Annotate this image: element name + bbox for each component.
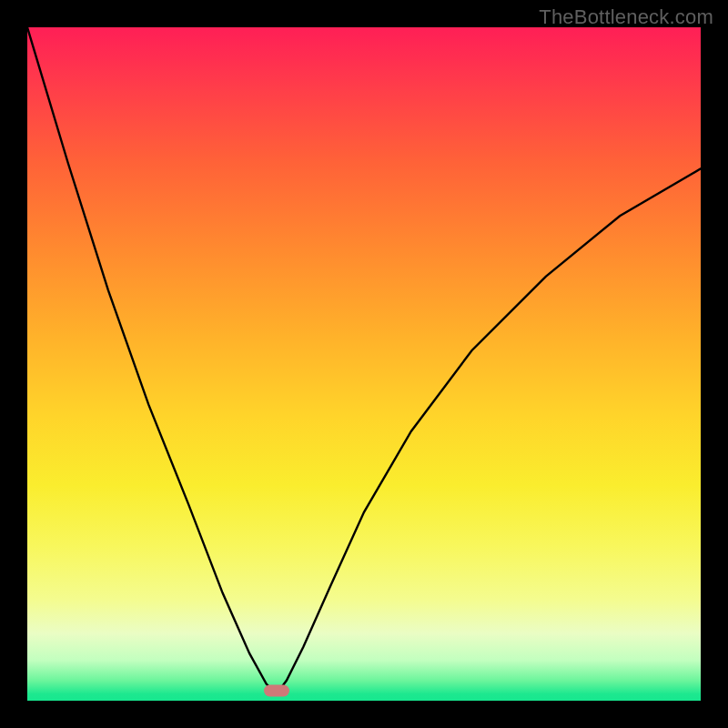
watermark-label: TheBottleneck.com — [539, 5, 713, 29]
chart-stage: TheBottleneck.com — [0, 0, 728, 728]
bottleneck-marker — [264, 684, 289, 696]
plot-area — [27, 27, 701, 701]
curve-right-branch — [277, 168, 701, 693]
curve-left-branch — [27, 27, 277, 694]
curve-layer — [27, 27, 701, 701]
